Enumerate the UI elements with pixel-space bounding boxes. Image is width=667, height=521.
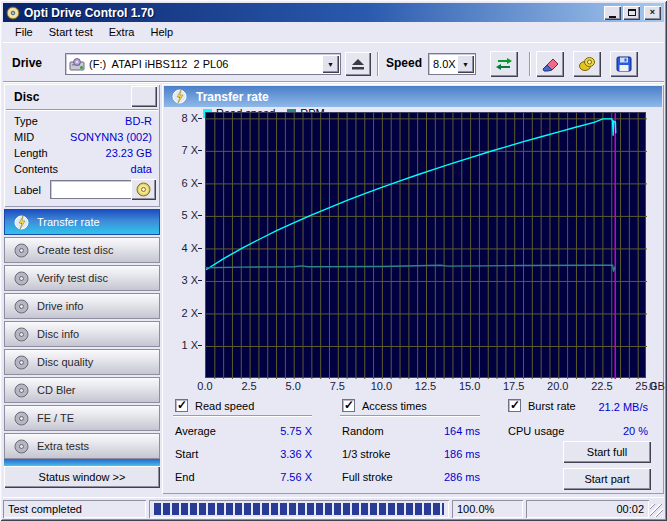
progress-bar-panel [149,500,449,518]
toolbar-separator [529,52,531,76]
progress-bar [154,503,444,515]
disc-icon [14,215,29,230]
access-times-checkbox-row: Access times [342,399,427,412]
refresh-button[interactable] [490,51,518,77]
disc-icon [14,355,29,370]
chart-y-axis: 1 X2 X3 X4 X5 X6 X7 X8 X [172,112,202,378]
menu-extra[interactable]: Extra [101,23,143,41]
stat-cpu-usage: CPU usage 20 % [508,425,648,437]
button-label: Start part [584,473,629,485]
stat-label: Random [342,425,384,437]
disc-label-input[interactable] [50,180,134,199]
y-tick-mark [198,183,202,184]
eraser-icon [541,56,559,72]
screenshot-button[interactable] [573,51,601,77]
drive-select[interactable]: (F:) ATAPI iHBS112 2 PL06 ▼ [65,53,341,75]
minimize-button[interactable] [604,6,621,20]
status-bar: Test completed 100.0% 00:02 [3,497,664,518]
disc-panel-title: Disc [14,90,39,104]
speed-select[interactable]: 8.0X ▼ [428,53,476,75]
transfer-rate-chart [206,113,647,379]
read-speed-checkbox[interactable] [175,399,188,412]
sidebar-item-label: Extra tests [37,440,89,452]
save-button[interactable] [610,51,638,77]
erase-disc-button[interactable] [536,51,564,77]
x-tick-label: 20.0 [541,380,575,392]
resize-grip[interactable] [650,504,663,517]
stat-label: Start [175,448,198,460]
sidebar-item-fe-te[interactable]: FE / TE [4,405,160,431]
eject-button[interactable] [345,52,371,76]
sidebar-item-label: FE / TE [37,412,74,424]
speed-dropdown-arrow-icon[interactable]: ▼ [457,55,474,73]
sidebar-item-label: Verify test disc [37,272,108,284]
field-label: MID [14,131,34,143]
maximize-button[interactable] [623,6,640,20]
transfer-rate-icon [172,89,187,104]
sidebar-item-cd-bler[interactable]: CD Bler [4,377,160,403]
drive-toolbar: Drive (F:) ATAPI iHBS112 2 PL06 ▼ Speed … [3,44,664,82]
write-label-button[interactable] [131,179,156,200]
menu-start-test[interactable]: Start test [41,23,101,41]
y-tick-label: 8 X [181,112,198,124]
sidebar-item-verify-test-disc[interactable]: Verify test disc [4,265,160,291]
stat-value: 286 ms [444,471,480,483]
menu-file[interactable]: File [7,23,41,41]
sidebar-footer-bar [4,459,160,466]
button-label: Start full [587,446,627,458]
label-caption: Label [14,184,41,196]
drive-select-value: (F:) ATAPI iHBS112 2 PL06 [89,58,322,70]
gold-disc-icon [136,182,151,197]
sidebar-item-create-test-disc[interactable]: Create test disc [4,237,160,263]
y-tick-mark [198,118,202,119]
x-tick-label: 7.5 [320,380,354,392]
x-tick-label: 12.5 [409,380,443,392]
minimize-icon [609,16,616,18]
field-label: Length [14,147,48,159]
access-times-checkbox[interactable] [342,399,355,412]
sidebar-item-label: Drive info [37,300,83,312]
stat-label: End [175,471,195,483]
panel-header: Transfer rate [164,86,662,107]
disc-icon [14,383,29,398]
y-tick-mark [198,150,202,151]
menu-help[interactable]: Help [142,23,181,41]
maximize-icon [628,9,636,16]
stat-average: Average 5.75 X [175,425,312,437]
progress-percent-panel: 100.0% [452,500,523,518]
checkbox-label: Read speed [195,400,254,412]
start-full-button[interactable]: Start full [563,441,651,463]
y-tick-label: 2 X [181,307,198,319]
start-part-button[interactable]: Start part [563,468,651,490]
x-tick-label: 0.0 [188,380,222,392]
save-floppy-icon [616,56,632,72]
sidebar-item-extra-tests[interactable]: Extra tests [4,433,160,459]
y-tick-mark [198,280,202,281]
stat-label: CPU usage [508,425,564,437]
x-tick-label: 10.0 [364,380,398,392]
burst-rate-checkbox[interactable] [508,399,521,412]
y-tick-mark [198,313,202,314]
app-disc-icon [6,6,20,20]
stat-label: Full stroke [342,471,393,483]
window-title: Opti Drive Control 1.70 [24,6,602,20]
status-message-panel: Test completed [3,500,146,518]
separator [340,415,480,416]
y-tick-label: 1 X [181,339,198,351]
sidebar-item-drive-info[interactable]: Drive info [4,293,160,319]
x-tick-label: 22.5 [585,380,619,392]
status-window-label: Status window >> [39,471,126,483]
sidebar-item-disc-quality[interactable]: Disc quality [4,349,160,375]
disc-field-length: Length 23.23 GB [14,147,152,159]
y-tick-label: 7 X [181,144,198,156]
sidebar-item-label: CD Bler [37,384,76,396]
burst-rate-checkbox-row: Burst rate [508,399,576,412]
sidebar-item-transfer-rate[interactable]: Transfer rate [4,209,160,235]
disc-panel-collapse-button[interactable] [131,86,157,107]
stat-end: End 7.56 X [175,471,312,483]
drive-dropdown-arrow-icon[interactable]: ▼ [322,55,339,73]
sidebar-item-disc-info[interactable]: Disc info [4,321,160,347]
close-button[interactable]: × [644,6,661,20]
status-window-button[interactable]: Status window >> [4,466,160,488]
x-tick-label: 2.5 [232,380,266,392]
